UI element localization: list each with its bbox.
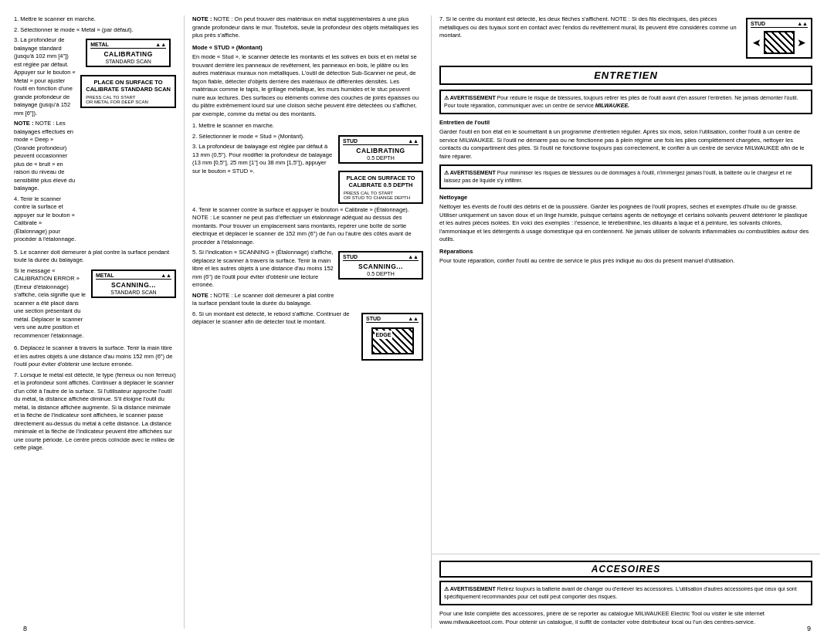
place-on-surface-stud: PLACE ON SURFACE TO CALIBRATE 0.5 DEPTH … — [338, 171, 423, 204]
center-hatch — [764, 31, 795, 54]
page-number-left: 8 — [23, 625, 27, 632]
mid-step-1: 1. Mettre le scanner en marche. — [192, 122, 423, 130]
entretien-warning-1: ⚠ AVERTISSEMENT Pour réduire le risque d… — [439, 90, 812, 114]
accesoires-section: ACCESOIRES ⚠ AVERTISSEMENT Retirez toujo… — [432, 554, 820, 629]
entretien-warning-2: ⚠ AVERTISSEMENT Pour minimiser les risqu… — [439, 164, 812, 189]
left-arrow-icon: ➤ — [752, 36, 761, 49]
step-2-left: 2. Sélectionner le mode « Metal » (par d… — [14, 26, 176, 35]
entretien-outil-section: Entretien de l'outil Garder l'outil en b… — [439, 119, 812, 161]
step-3-left: 3. La profondeur de balayage standard (j… — [14, 36, 76, 117]
device-metal-1: METAL ▲▲ CALIBRATING STANDARD SCAN — [86, 39, 171, 67]
device-stud-edge: STUD ▲▲ EDGE — [361, 313, 423, 361]
entretien-title: ENTRETIEN — [439, 66, 812, 85]
note-left: NOTE : NOTE : Les balayages effectués en… — [14, 120, 76, 193]
device-stud-arrows: STUD ▲▲ ➤ ➤ — [746, 18, 812, 59]
mid-step-2: 2. Sélectionner le mode « Stud » (Montan… — [192, 133, 334, 141]
arrows-display: ➤ ➤ — [752, 31, 806, 54]
device-stud-2: STUD ▲▲ SCANNING... 0.5 DEPTH — [338, 251, 423, 280]
device-stud-1: STUD ▲▲ CALIBRATING 0.5 DEPTH — [338, 135, 423, 164]
note-metal: NOTE : NOTE : On peut trouver des matéri… — [192, 15, 423, 40]
accesoires-text: Pour une liste complète des accessoires,… — [439, 610, 812, 626]
note-calib-error: Si le message « CALIBRATION ERROR » (Err… — [14, 267, 86, 341]
middle-column: NOTE : NOTE : On peut trouver des matéri… — [184, 15, 431, 629]
step-4-left: 4. Tenir le scanner contre la surface et… — [14, 195, 76, 244]
device-metal-2: METAL ▲▲ SCANNING... STANDARD SCAN — [91, 269, 176, 298]
signal-icon: ▲▲ — [155, 42, 166, 47]
right-arrow-icon: ➤ — [797, 36, 806, 49]
signal-icon-arrows: ▲▲ — [797, 21, 808, 26]
mid-step-4: 4. Tenir le scanner contre la surface et… — [192, 206, 423, 247]
mid-step-3: 3. La profondeur de balayage est réglée … — [192, 143, 334, 175]
right-top: 7. Si le centre du montant est détecté, … — [432, 15, 820, 554]
right-column-wrapper: 7. Si le centre du montant est détecté, … — [431, 15, 820, 629]
edge-hatch-display: EDGE — [371, 327, 414, 354]
mode-stud-title: Mode « STUD » (Montant) — [192, 44, 423, 53]
left-column: 1. Mettre le scanner en marche. 2. Sélec… — [14, 15, 184, 629]
page-number-right: 9 — [807, 625, 811, 632]
mid-note-flat: NOTE : NOTE : Le scanner doit demeurer à… — [192, 292, 334, 308]
mid-step-5: 5. Si l'indication « SCANNING » (Étalonn… — [192, 249, 334, 290]
signal-icon-stud2: ▲▲ — [408, 254, 419, 259]
accesoires-warning: ⚠ AVERTISSEMENT Retirez toujours la batt… — [439, 581, 812, 605]
signal-icon-stud3: ▲▲ — [408, 316, 419, 321]
signal-icon-2: ▲▲ — [161, 273, 171, 278]
step-5-left: 5. Le scanner doit demeurer à plat contr… — [14, 249, 176, 265]
accesoires-title: ACCESOIRES — [439, 561, 812, 578]
right-step-7: 7. Si le centre du montant est détecté, … — [439, 15, 740, 40]
step-7-left: 7. Lorsque le métal est détecté, le type… — [14, 371, 176, 452]
mode-stud-text: En mode « Stud », le scanner détecte les… — [192, 53, 423, 118]
step-6-left: 6. Déplacez le scanner à travers la surf… — [14, 344, 176, 369]
step-1-left: 1. Mettre le scanner en marche. — [14, 15, 176, 24]
mid-step-6: 6. Si un montant est détecté, le rebord … — [192, 310, 358, 327]
entretien-section: ENTRETIEN ⚠ AVERTISSEMENT Pour réduire l… — [439, 66, 812, 266]
signal-icon-stud1: ▲▲ — [408, 138, 419, 144]
nettoyage-section: Nettoyage Nettoyer les évents de l'outil… — [439, 194, 812, 244]
place-on-surface-box-1: PLACE ON SURFACE TO CALIBRATE STANDARD S… — [80, 75, 176, 108]
reparations-section: Réparations Pour toute réparation, confi… — [439, 248, 812, 266]
